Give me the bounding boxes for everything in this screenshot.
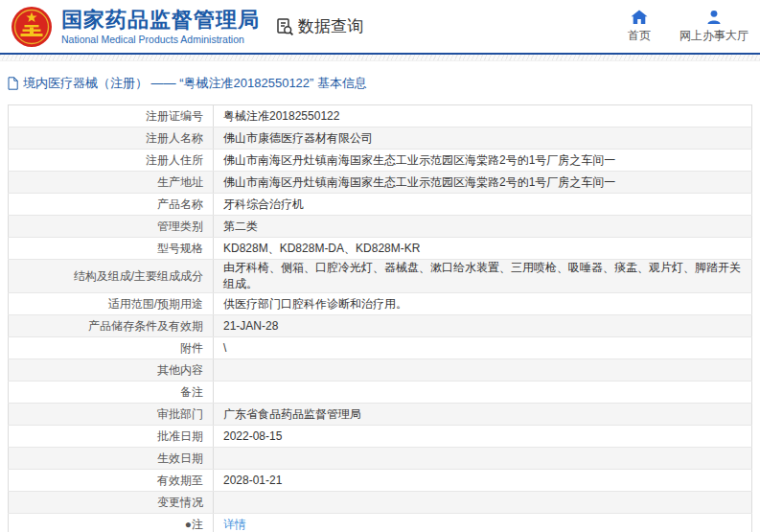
row-label: 生产地址 [9, 172, 214, 194]
table-row: ●注 详情 [9, 514, 752, 532]
table-row: 注册人住所 佛山市南海区丹灶镇南海国家生态工业示范园区海棠路2号的1号厂房之车间… [9, 150, 752, 172]
row-value [214, 359, 752, 382]
table-row: 变更情况 [9, 492, 752, 514]
row-value: 佛山市南海区丹灶镇南海国家生态工业示范园区海棠路2号的1号厂房之车间一 [214, 172, 752, 194]
row-value: 佛山市康德医疗器材有限公司 [214, 127, 752, 150]
row-value: 佛山市南海区丹灶镇南海国家生态工业示范园区海棠路2号的1号厂房之车间一 [214, 150, 752, 172]
row-label: ●注 [9, 514, 214, 532]
row-label: 其他内容 [9, 359, 214, 382]
row-label: 生效日期 [9, 448, 214, 470]
breadcrumb-text: 境内医疗器械（注册） —— “粤械注准20182550122” 基本信息 [23, 75, 367, 92]
table-row: 有效期至 2028-01-21 [9, 470, 752, 492]
table-row: 批准日期 2022-08-15 [9, 426, 752, 448]
row-label: 备注 [9, 382, 214, 404]
row-value: 21-JAN-28 [214, 315, 752, 337]
home-icon [631, 10, 648, 25]
row-label: 注册人名称 [9, 127, 214, 150]
row-value [214, 492, 752, 514]
document-icon [8, 77, 18, 90]
brand-block: 国家药品监督管理局 National Medical Products Admi… [61, 9, 260, 45]
row-value [214, 382, 752, 404]
user-icon [705, 10, 723, 25]
row-value: 广东省食品药品监督管理局 [214, 404, 752, 426]
table-row: 型号规格 KD828M、KD828M-DA、KD828M-KR [9, 238, 752, 260]
table-row: 管理类别 第二类 [9, 216, 752, 238]
row-label: 注册证编号 [9, 105, 214, 127]
row-label: 有效期至 [9, 470, 214, 492]
row-label: 注册人住所 [9, 150, 214, 172]
row-value: 2028-01-21 [214, 470, 752, 492]
row-value: 详情 [214, 514, 752, 532]
nav-service-hall[interactable]: 网上办事大厅 [679, 10, 748, 44]
row-label: 变更情况 [9, 492, 214, 514]
registration-info-table: 注册证编号 粤械注准20182550122 注册人名称 佛山市康德医疗器材有限公… [8, 104, 752, 532]
row-value: 供医疗部门口腔科作诊断和治疗用。 [214, 293, 752, 315]
breadcrumb: 境内医疗器械（注册） —— “粤械注准20182550122” 基本信息 [0, 61, 760, 92]
agency-title: 国家药品监督管理局 [61, 9, 260, 32]
row-label: 产品储存条件及有效期 [9, 315, 214, 337]
table-row: 备注 [9, 382, 752, 404]
row-label: 管理类别 [9, 216, 214, 238]
nmpa-emblem-logo [10, 5, 54, 49]
data-query-tab[interactable]: 数据查询 [275, 15, 363, 37]
row-value: \ [214, 337, 752, 359]
table-row: 产品名称 牙科综合治疗机 [9, 194, 752, 216]
row-label: 型号规格 [9, 238, 214, 260]
note-details-link[interactable]: 详情 [223, 518, 246, 531]
table-row: 注册证编号 粤械注准20182550122 [9, 105, 752, 127]
table-row: 其他内容 [9, 359, 752, 382]
table-row: 生产地址 佛山市南海区丹灶镇南海国家生态工业示范园区海棠路2号的1号厂房之车间一 [9, 172, 752, 194]
header-nav: 首页 网上办事大厅 [628, 10, 754, 44]
row-value: 牙科综合治疗机 [214, 194, 752, 216]
table-row: 附件 \ [9, 337, 752, 359]
row-label: 附件 [9, 337, 214, 359]
table-row: 注册人名称 佛山市康德医疗器材有限公司 [9, 127, 752, 150]
row-value: 由牙科椅、侧箱、口腔冷光灯、器械盘、漱口给水装置、三用喷枪、吸唾器、痰盂、观片灯… [214, 260, 752, 293]
decorative-stripe-band [0, 55, 760, 61]
table-row: 产品储存条件及有效期 21-JAN-28 [9, 315, 752, 337]
row-value: KD828M、KD828M-DA、KD828M-KR [214, 238, 752, 260]
row-label: 审批部门 [9, 404, 214, 426]
row-label: 结构及组成/主要组成成分 [9, 260, 214, 293]
nav-service-hall-label: 网上办事大厅 [679, 28, 748, 44]
page-header: 国家药品监督管理局 National Medical Products Admi… [0, 0, 760, 55]
data-query-label: 数据查询 [298, 15, 363, 37]
table-row: 审批部门 广东省食品药品监督管理局 [9, 404, 752, 426]
nav-home[interactable]: 首页 [628, 10, 651, 44]
document-search-icon [275, 17, 294, 36]
row-value [214, 448, 752, 470]
row-label: 适用范围/预期用途 [9, 293, 214, 315]
agency-subtitle: National Medical Products Administration [61, 34, 260, 45]
row-label: 产品名称 [9, 194, 214, 216]
nav-home-label: 首页 [628, 28, 651, 44]
row-value: 第二类 [214, 216, 752, 238]
row-value: 粤械注准20182550122 [214, 105, 752, 127]
table-row: 结构及组成/主要组成成分 由牙科椅、侧箱、口腔冷光灯、器械盘、漱口给水装置、三用… [9, 260, 752, 293]
row-label: 批准日期 [9, 426, 214, 448]
table-row: 适用范围/预期用途 供医疗部门口腔科作诊断和治疗用。 [9, 293, 752, 315]
table-row: 生效日期 [9, 448, 752, 470]
row-value: 2022-08-15 [214, 426, 752, 448]
